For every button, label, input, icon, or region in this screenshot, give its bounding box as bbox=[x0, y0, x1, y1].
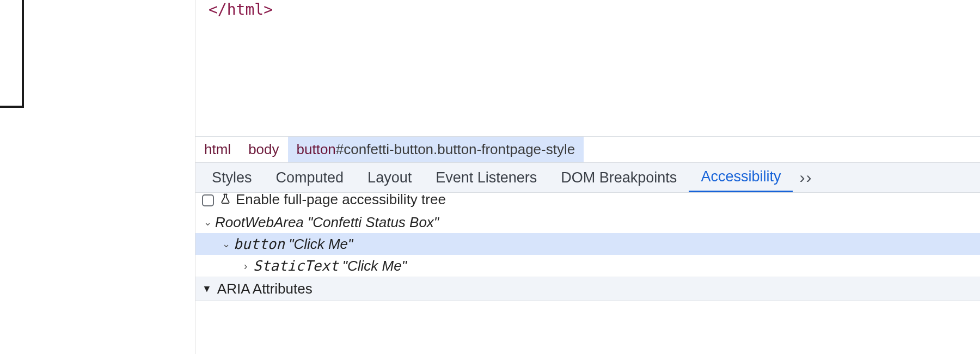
page-preview bbox=[0, 0, 195, 354]
tab-label: Event Listeners bbox=[436, 169, 537, 186]
a11y-name: "Confetti Status Box" bbox=[308, 214, 439, 231]
tab-label: Layout bbox=[367, 169, 412, 186]
tab-event-listeners[interactable]: Event Listeners bbox=[424, 163, 549, 192]
breadcrumb-item-body[interactable]: body bbox=[240, 137, 287, 162]
a11y-tree-static-text[interactable]: › StaticText "Click Me" bbox=[195, 255, 980, 277]
a11y-tree-root[interactable]: ⌄ RootWebArea "Confetti Status Box" bbox=[195, 211, 980, 233]
breadcrumb-tag: html bbox=[204, 141, 231, 158]
chevron-double-right-icon: ›› bbox=[799, 168, 812, 187]
triangle-down-icon: ▼ bbox=[202, 283, 212, 295]
chevron-down-icon[interactable]: ⌄ bbox=[220, 238, 231, 250]
breadcrumb-suffix: #confetti-button.button-frontpage-style bbox=[336, 141, 575, 158]
source-line-closing-html[interactable]: </html> bbox=[209, 0, 980, 20]
preview-element-outline bbox=[0, 0, 24, 108]
a11y-name: "Click Me" bbox=[342, 258, 407, 274]
enable-full-tree-label: Enable full-page accessibility tree bbox=[236, 193, 446, 208]
code-text: </html> bbox=[209, 1, 273, 19]
tab-dom-breakpoints[interactable]: DOM Breakpoints bbox=[549, 163, 689, 192]
a11y-name: "Click Me" bbox=[289, 236, 353, 253]
dom-breadcrumb: html body button#confetti-button.button-… bbox=[195, 136, 980, 162]
devtools-panel: </html> html body button#confetti-button… bbox=[195, 0, 980, 354]
enable-full-tree-row[interactable]: Enable full-page accessibility tree bbox=[195, 193, 980, 211]
tab-accessibility[interactable]: Accessibility bbox=[689, 163, 793, 192]
breadcrumb-item-button[interactable]: button#confetti-button.button-frontpage-… bbox=[288, 137, 584, 162]
tab-label: Styles bbox=[212, 169, 252, 186]
aria-section-label: ARIA Attributes bbox=[217, 280, 313, 297]
tab-styles[interactable]: Styles bbox=[200, 163, 264, 192]
tab-label: Computed bbox=[276, 169, 344, 186]
chevron-down-icon[interactable]: ⌄ bbox=[202, 216, 213, 228]
a11y-role: button bbox=[234, 236, 285, 252]
checkbox-icon[interactable] bbox=[202, 194, 214, 206]
breadcrumb-item-html[interactable]: html bbox=[195, 137, 240, 162]
chevron-right-icon[interactable]: › bbox=[240, 260, 251, 272]
breadcrumb-tag: button bbox=[297, 141, 336, 158]
accessibility-pane: Enable full-page accessibility tree ⌄ Ro… bbox=[195, 193, 980, 354]
tab-computed[interactable]: Computed bbox=[264, 163, 356, 192]
tab-overflow-button[interactable]: ›› bbox=[793, 168, 819, 187]
a11y-tree-button[interactable]: ⌄ button "Click Me" bbox=[195, 233, 980, 255]
breadcrumb-tag: body bbox=[248, 141, 279, 158]
tab-label: Accessibility bbox=[701, 168, 781, 185]
a11y-role: StaticText bbox=[253, 258, 339, 274]
aria-attributes-section[interactable]: ▼ ARIA Attributes bbox=[195, 277, 980, 301]
devtools-subtab-strip: Styles Computed Layout Event Listeners D… bbox=[195, 162, 980, 193]
flask-icon bbox=[219, 193, 231, 208]
a11y-role: RootWebArea bbox=[215, 214, 304, 231]
elements-source-area[interactable]: </html> bbox=[195, 0, 980, 136]
tab-layout[interactable]: Layout bbox=[356, 163, 424, 192]
tab-label: DOM Breakpoints bbox=[561, 169, 677, 186]
